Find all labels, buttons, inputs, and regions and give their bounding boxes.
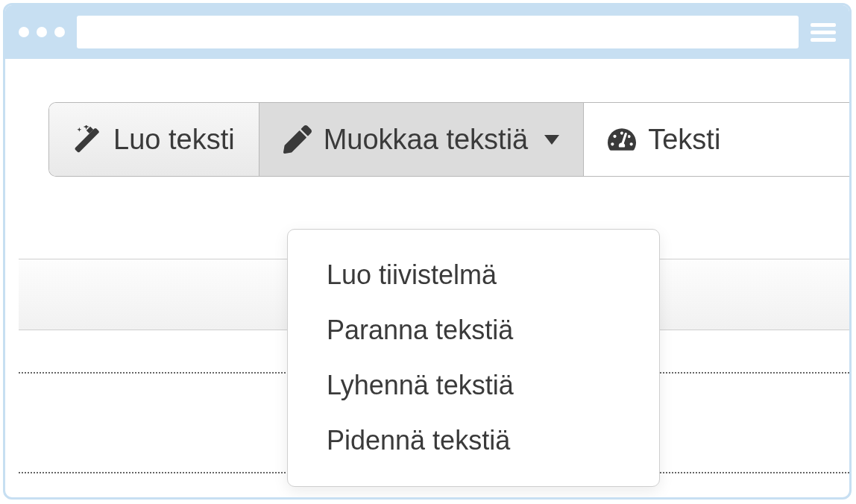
window-dot [54, 27, 65, 37]
edit-text-label: Muokkaa tekstiä [324, 124, 529, 156]
window-dot [19, 27, 29, 37]
window-controls[interactable] [19, 27, 65, 37]
url-bar[interactable] [77, 16, 799, 48]
text-gauge-button[interactable]: Teksti [584, 103, 744, 176]
edit-text-button[interactable]: Muokkaa tekstiä [259, 103, 585, 176]
magic-wand-icon [73, 125, 101, 154]
chevron-down-icon [544, 135, 559, 145]
dropdown-item-shorten[interactable]: Lyhennä tekstiä [288, 358, 659, 413]
gauge-icon [608, 125, 636, 154]
window-dot [37, 27, 47, 37]
dropdown-item-lengthen[interactable]: Pidennä tekstiä [288, 413, 659, 468]
dropdown-item-improve[interactable]: Paranna tekstiä [288, 303, 659, 358]
create-text-button[interactable]: Luo teksti [49, 103, 259, 176]
toolbar: Luo teksti Muokkaa tekstiä Teksti [48, 102, 849, 177]
content-area: Luo teksti Muokkaa tekstiä Teksti Luo ti… [5, 59, 849, 177]
title-bar [5, 5, 849, 59]
menu-icon[interactable] [811, 23, 836, 42]
pencil-icon [283, 125, 312, 154]
dropdown-item-summary[interactable]: Luo tiivistelmä [288, 248, 659, 303]
browser-window: Luo teksti Muokkaa tekstiä Teksti Luo ti… [3, 3, 852, 500]
create-text-label: Luo teksti [113, 124, 235, 156]
text-gauge-label: Teksti [648, 124, 720, 156]
edit-text-dropdown: Luo tiivistelmä Paranna tekstiä Lyhennä … [287, 229, 660, 487]
